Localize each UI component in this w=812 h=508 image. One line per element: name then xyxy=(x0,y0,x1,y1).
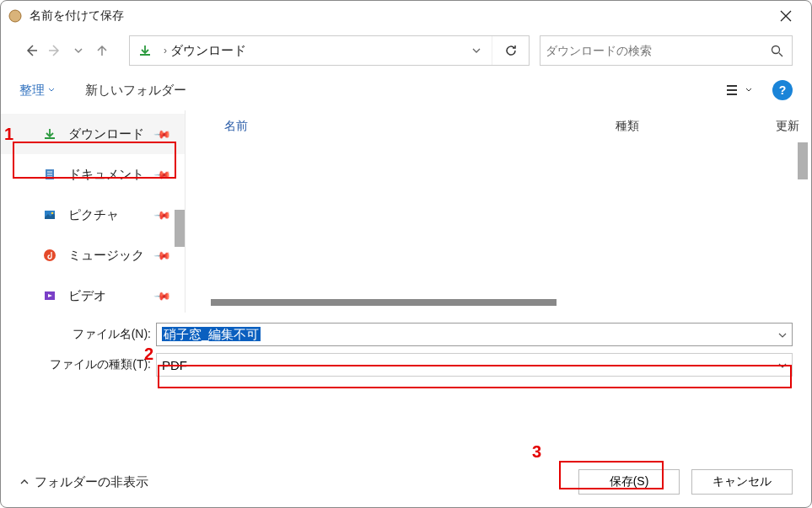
view-menu[interactable] xyxy=(725,78,754,102)
sidebar-item-downloads[interactable]: ダウンロード 📌 xyxy=(1,114,185,154)
file-scrollbar-vertical[interactable] xyxy=(798,142,808,179)
sidebar-item-label: ミュージック xyxy=(68,248,144,264)
sidebar-item-pictures[interactable]: ピクチャ 📌 xyxy=(1,195,185,235)
sidebar-item-label: ダウンロード xyxy=(68,126,144,142)
pin-icon: 📌 xyxy=(153,246,172,265)
annotation-2: 2 xyxy=(144,345,153,364)
path-location: ダウンロード xyxy=(170,43,461,59)
pin-icon: 📌 xyxy=(153,286,172,305)
sidebar-scrollbar[interactable] xyxy=(175,210,185,247)
app-icon xyxy=(8,8,23,24)
new-folder-button[interactable]: 新しいフォルダー xyxy=(85,83,186,99)
download-icon xyxy=(41,126,58,142)
sidebar-item-music[interactable]: ミュージック 📌 xyxy=(1,235,185,275)
annotation-3: 3 xyxy=(532,442,541,462)
filename-label: ファイル名(N): xyxy=(19,327,156,342)
document-icon xyxy=(41,166,58,183)
toolbar: 整理 新しいフォルダー ? xyxy=(1,70,811,110)
chevron-down-icon xyxy=(745,87,752,94)
search-icon[interactable] xyxy=(766,40,787,61)
column-headers: 名前 種類 更新 xyxy=(186,110,811,142)
download-icon xyxy=(130,44,160,57)
pin-icon: 📌 xyxy=(153,165,172,184)
video-icon xyxy=(41,287,58,304)
filetype-label: ファイルの種類(T): xyxy=(19,357,156,372)
svg-point-0 xyxy=(9,10,21,22)
file-scrollbar-horizontal[interactable] xyxy=(211,299,557,306)
path-separator-icon: › xyxy=(160,45,170,56)
close-button[interactable] xyxy=(766,3,804,29)
chevron-up-icon xyxy=(19,477,30,487)
filetype-field[interactable]: PDF xyxy=(156,353,793,377)
address-bar[interactable]: › ダウンロード xyxy=(129,35,530,66)
hide-folders-label: フォルダーの非表示 xyxy=(35,474,148,490)
filetype-value: PDF xyxy=(162,358,778,372)
annotation-1: 1 xyxy=(4,125,13,144)
titlebar: 名前を付けて保存 xyxy=(1,1,811,31)
search-input[interactable] xyxy=(546,44,766,57)
column-header-type[interactable]: 種類 xyxy=(616,119,776,134)
chevron-down-icon xyxy=(48,87,55,94)
up-button[interactable] xyxy=(90,39,114,62)
recent-dropdown[interactable] xyxy=(67,39,90,62)
pin-icon: 📌 xyxy=(153,206,172,224)
svg-point-1 xyxy=(772,45,779,53)
refresh-button[interactable] xyxy=(492,36,529,65)
chevron-down-icon[interactable] xyxy=(778,358,787,372)
navbar: › ダウンロード xyxy=(1,31,811,70)
file-list-pane: 名前 種類 更新 xyxy=(185,110,811,313)
picture-icon xyxy=(41,206,58,223)
organize-label: 整理 xyxy=(19,83,45,99)
pin-icon: 📌 xyxy=(153,125,172,143)
window-title: 名前を付けて保存 xyxy=(30,8,766,24)
back-button[interactable] xyxy=(19,39,43,62)
path-dropdown[interactable] xyxy=(461,45,492,56)
filename-field[interactable]: 硝子窓_編集不可 xyxy=(156,323,793,346)
hide-folders-button[interactable]: フォルダーの非表示 xyxy=(19,474,148,490)
music-icon xyxy=(41,247,58,264)
chevron-down-icon[interactable] xyxy=(778,328,787,342)
sidebar-item-videos[interactable]: ビデオ 📌 xyxy=(1,275,185,316)
organize-menu[interactable]: 整理 xyxy=(19,83,55,99)
sidebar-item-label: ピクチャ xyxy=(68,207,119,223)
sidebar-item-documents[interactable]: ドキュメント 📌 xyxy=(1,154,185,195)
sidebar-item-label: ビデオ xyxy=(68,288,106,304)
footer: フォルダーの非表示 保存(S) キャンセル xyxy=(1,457,811,507)
dialog-body: ダウンロード 📌 ドキュメント 📌 ピクチャ 📌 ミュージック 📌 ビデオ 📌 xyxy=(1,110,811,313)
help-button[interactable]: ? xyxy=(772,80,793,100)
form-area: ファイル名(N): 硝子窓_編集不可 ファイルの種類(T): PDF xyxy=(1,313,811,380)
sidebar-item-label: ドキュメント xyxy=(68,167,144,183)
filename-value: 硝子窓_編集不可 xyxy=(162,327,261,341)
column-header-name[interactable]: 名前 xyxy=(224,119,616,134)
forward-button[interactable] xyxy=(43,39,67,62)
sidebar: ダウンロード 📌 ドキュメント 📌 ピクチャ 📌 ミュージック 📌 ビデオ 📌 xyxy=(1,110,185,313)
search-box[interactable] xyxy=(540,35,793,66)
svg-point-4 xyxy=(51,212,54,215)
column-header-modified[interactable]: 更新 xyxy=(776,119,811,134)
save-button[interactable]: 保存(S) xyxy=(578,469,680,495)
cancel-button[interactable]: キャンセル xyxy=(691,469,793,495)
